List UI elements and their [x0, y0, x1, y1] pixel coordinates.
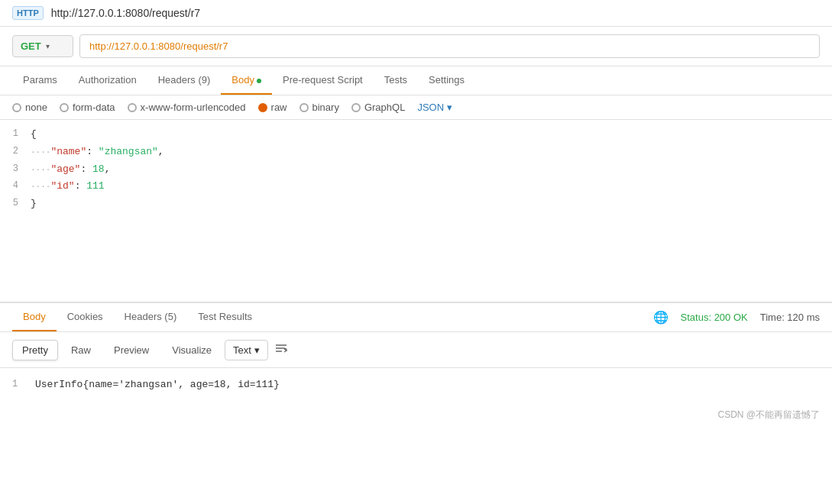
line-content-1: {: [31, 127, 832, 143]
tab-params[interactable]: Params: [12, 66, 68, 95]
chevron-down-icon: ▾: [46, 42, 50, 50]
format-preview-button[interactable]: Preview: [104, 340, 159, 360]
url-input[interactable]: [79, 34, 820, 58]
tab-headers[interactable]: Headers (9): [147, 66, 222, 95]
response-line-num-1: 1: [12, 377, 35, 392]
response-tab-body[interactable]: Body: [12, 303, 57, 331]
response-format-bar: Pretty Raw Preview Visualize Text ▾: [0, 332, 832, 368]
tab-tests[interactable]: Tests: [374, 66, 418, 95]
radio-label-graphql: GraphQL: [364, 102, 405, 113]
code-line-3: 3 ····"age": 18,: [0, 161, 832, 179]
response-tabs-bar: Body Cookies Headers (5) Test Results 🌐 …: [0, 303, 832, 332]
code-editor[interactable]: 1 { 2 ····"name": "zhangsan", 3 ····"age…: [0, 120, 832, 303]
code-line-1: 1 {: [0, 126, 832, 144]
code-line-5: 5 }: [0, 195, 832, 213]
response-tab-cookies[interactable]: Cookies: [57, 303, 114, 331]
response-line-1: 1 UserInfo{name='zhangsan', age=18, id=1…: [12, 377, 820, 393]
line-content-4: ····"id": 111: [31, 179, 832, 195]
tab-body[interactable]: Body: [221, 66, 272, 95]
tab-prerequest[interactable]: Pre-request Script: [272, 66, 374, 95]
status-badge: Status: 200 OK: [681, 312, 748, 323]
response-time: Time: 120 ms: [760, 312, 820, 323]
response-tabs: Body Cookies Headers (5) Test Results: [12, 303, 263, 331]
title-bar: HTTP http://127.0.0.1:8080/request/r7: [0, 0, 832, 27]
format-pretty-button[interactable]: Pretty: [12, 340, 58, 360]
code-line-2: 2 ····"name": "zhangsan",: [0, 144, 832, 161]
radio-circle-raw: [258, 103, 267, 112]
line-content-3: ····"age": 18,: [31, 162, 832, 178]
radio-circle-graphql: [351, 103, 361, 112]
radio-label-none: none: [25, 102, 47, 113]
line-content-5: }: [31, 196, 832, 212]
http-badge: HTTP: [12, 6, 44, 20]
radio-graphql[interactable]: GraphQL: [351, 102, 405, 113]
line-number-3: 3: [0, 162, 31, 176]
text-type-dropdown[interactable]: Text ▾: [225, 340, 268, 360]
radio-label-urlencoded: x-www-form-urlencoded: [141, 102, 246, 113]
text-type-label: Text: [233, 344, 251, 356]
radio-none[interactable]: none: [12, 102, 47, 113]
response-content-1: UserInfo{name='zhangsan', age=18, id=111…: [35, 377, 280, 393]
request-tabs: Params Authorization Headers (9) Body Pr…: [0, 66, 832, 95]
response-meta: 🌐 Status: 200 OK Time: 120 ms: [653, 310, 820, 325]
tab-authorization[interactable]: Authorization: [68, 66, 147, 95]
response-body: 1 UserInfo{name='zhangsan', age=18, id=1…: [0, 368, 832, 402]
radio-label-raw: raw: [271, 102, 287, 113]
radio-label-binary: binary: [312, 102, 339, 113]
format-raw-button[interactable]: Raw: [61, 340, 101, 360]
json-type-label: JSON: [417, 102, 444, 113]
body-options: none form-data x-www-form-urlencoded raw…: [0, 95, 832, 120]
line-number-5: 5: [0, 196, 31, 211]
json-chevron-icon: ▾: [447, 102, 452, 113]
response-section: Body Cookies Headers (5) Test Results 🌐 …: [0, 303, 832, 402]
method-text: GET: [21, 40, 41, 52]
tab-settings[interactable]: Settings: [418, 66, 475, 95]
wrap-icon[interactable]: [271, 338, 291, 361]
globe-icon: 🌐: [653, 310, 669, 325]
json-type-dropdown[interactable]: JSON ▾: [417, 102, 452, 113]
radio-circle-binary: [299, 103, 309, 112]
radio-label-form-data: form-data: [73, 102, 115, 113]
line-content-2: ····"name": "zhangsan",: [31, 144, 832, 160]
radio-circle-urlencoded: [128, 103, 137, 112]
line-number-2: 2: [0, 144, 31, 159]
radio-circle-form-data: [60, 103, 69, 112]
title-url: http://127.0.0.1:8080/request/r7: [51, 7, 200, 19]
format-visualize-button[interactable]: Visualize: [162, 340, 222, 360]
url-bar: GET ▾: [0, 27, 832, 66]
radio-urlencoded[interactable]: x-www-form-urlencoded: [128, 102, 246, 113]
text-chevron-icon: ▾: [254, 344, 260, 356]
line-number-4: 4: [0, 179, 31, 193]
line-number-1: 1: [0, 127, 31, 141]
watermark: CSDN @不能再留遗憾了: [0, 402, 832, 428]
response-tab-test-results[interactable]: Test Results: [187, 303, 263, 331]
radio-circle-none: [12, 103, 21, 112]
response-tab-headers[interactable]: Headers (5): [114, 303, 188, 331]
radio-raw[interactable]: raw: [258, 102, 287, 113]
radio-binary[interactable]: binary: [299, 102, 339, 113]
method-select[interactable]: GET ▾: [12, 35, 73, 57]
radio-form-data[interactable]: form-data: [60, 102, 115, 113]
code-line-4: 4 ····"id": 111: [0, 178, 832, 195]
